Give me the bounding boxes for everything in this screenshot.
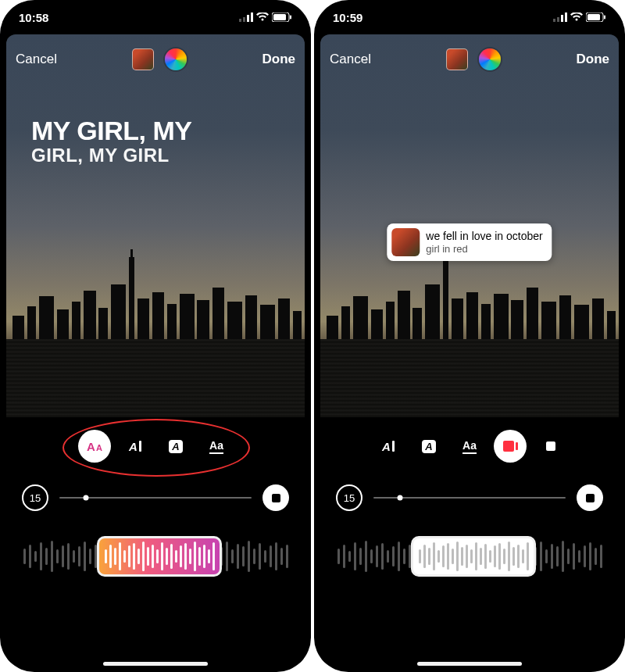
water xyxy=(6,339,305,417)
sticker-style-row: A A Aa xyxy=(314,430,625,463)
progress-slider[interactable] xyxy=(59,497,252,499)
progress-slider[interactable] xyxy=(373,497,566,499)
battery-icon xyxy=(272,13,292,22)
song-title: we fell in love in october xyxy=(426,230,542,243)
album-art-thumb[interactable] xyxy=(132,48,154,70)
status-bar: 10:58 xyxy=(0,0,311,34)
svg-rect-0 xyxy=(239,19,241,22)
timeline-row: 15 xyxy=(0,484,311,511)
nav-bar: Cancel Done xyxy=(0,44,311,75)
slider-thumb[interactable] xyxy=(84,495,89,501)
screen-right: 10:59 xyxy=(314,0,625,672)
status-time: 10:58 xyxy=(19,11,48,24)
lyrics-style-classic[interactable]: Aa xyxy=(200,430,233,463)
nav-bar: Cancel Done xyxy=(314,44,625,75)
svg-rect-6 xyxy=(290,16,291,20)
home-indicator[interactable] xyxy=(417,662,522,666)
lyrics-style-dynamic[interactable]: A xyxy=(78,430,111,463)
skyline-silhouette xyxy=(320,253,619,339)
battery-icon xyxy=(586,13,606,22)
skyline-silhouette xyxy=(6,253,305,339)
lyric-line-2: GIRL, MY GIRL xyxy=(31,145,191,166)
selected-clip[interactable] xyxy=(411,536,536,577)
done-button[interactable]: Done xyxy=(576,52,609,67)
wifi-icon xyxy=(570,13,583,22)
home-indicator[interactable] xyxy=(103,662,208,666)
color-picker-button[interactable] xyxy=(165,48,187,70)
svg-rect-1 xyxy=(243,17,245,22)
lyrics-style-badge[interactable]: A xyxy=(159,430,192,463)
svg-rect-5 xyxy=(273,14,286,20)
album-art-thumb[interactable] xyxy=(446,48,468,70)
done-button[interactable]: Done xyxy=(262,52,295,67)
slider-thumb[interactable] xyxy=(398,495,403,501)
album-art-icon xyxy=(391,228,420,256)
svg-rect-2 xyxy=(247,15,249,22)
story-background[interactable] xyxy=(6,34,305,417)
lyric-line-1: MY GIRL, MY xyxy=(31,116,191,146)
signal-icon xyxy=(239,13,253,22)
lyrics-sticker[interactable]: MY GIRL, MY GIRL, MY GIRL xyxy=(31,116,191,166)
cancel-button[interactable]: Cancel xyxy=(16,52,57,67)
sticker-style-simple[interactable] xyxy=(534,430,567,463)
screen-left: 10:58 xyxy=(0,0,311,672)
lyrics-style-badge[interactable]: A xyxy=(412,430,445,463)
lyrics-style-cursor[interactable]: A xyxy=(372,430,405,463)
music-sticker-card[interactable]: we fell in love in october girl in red xyxy=(387,223,552,261)
svg-rect-7 xyxy=(553,19,555,22)
color-picker-button[interactable] xyxy=(479,48,501,70)
stop-button[interactable] xyxy=(577,484,603,511)
song-artist: girl in red xyxy=(426,243,542,256)
status-indicators xyxy=(553,13,606,22)
lyric-style-row: A A A Aa xyxy=(0,430,311,463)
svg-rect-8 xyxy=(557,17,559,22)
svg-rect-10 xyxy=(565,13,567,22)
clip-duration-badge[interactable]: 15 xyxy=(22,484,48,511)
timeline-row: 15 xyxy=(314,484,625,511)
wifi-icon xyxy=(256,13,269,22)
lyrics-style-classic[interactable]: Aa xyxy=(453,430,486,463)
status-time: 10:59 xyxy=(333,11,362,24)
lyrics-style-cursor[interactable]: A xyxy=(119,430,152,463)
cancel-button[interactable]: Cancel xyxy=(330,52,371,67)
selected-clip[interactable] xyxy=(97,536,222,577)
status-indicators xyxy=(239,13,292,22)
stop-button[interactable] xyxy=(262,484,289,511)
sticker-style-art[interactable] xyxy=(494,430,527,463)
waveform-scrubber[interactable] xyxy=(314,531,625,581)
signal-icon xyxy=(553,13,567,22)
svg-rect-13 xyxy=(604,16,605,20)
clip-duration-badge[interactable]: 15 xyxy=(336,484,362,511)
waveform-scrubber[interactable] xyxy=(0,531,311,581)
svg-rect-9 xyxy=(561,15,563,22)
svg-rect-3 xyxy=(251,13,253,22)
svg-rect-12 xyxy=(588,14,600,20)
water xyxy=(320,339,619,417)
status-bar: 10:59 xyxy=(314,0,625,34)
